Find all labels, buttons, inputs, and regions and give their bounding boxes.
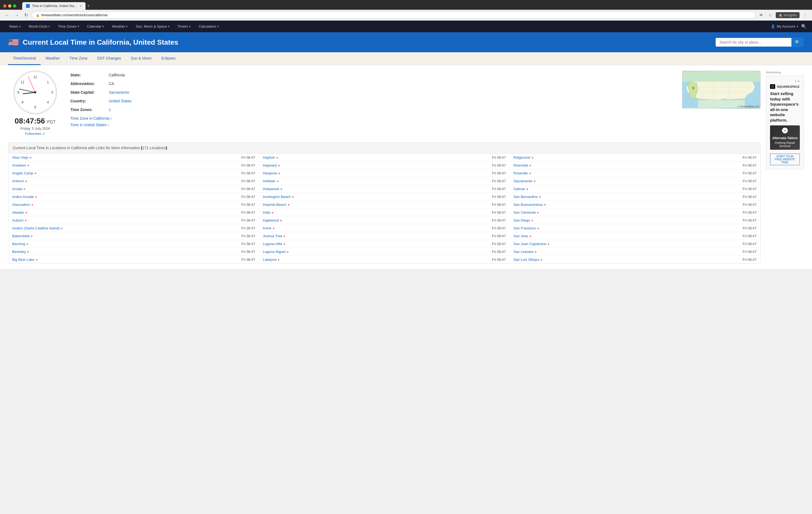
active-tab[interactable]: Time in California, United Sta… × bbox=[22, 2, 86, 10]
minimize-button[interactable] bbox=[8, 4, 11, 7]
nav-timers[interactable]: Timers ▾ bbox=[174, 21, 194, 32]
usa-map[interactable]: 📍 © timeanddate.com bbox=[682, 71, 760, 109]
location-link[interactable]: San Bernardino bbox=[514, 195, 538, 199]
tab-time-general[interactable]: Time/General bbox=[8, 52, 40, 65]
location-link[interactable]: San Leandro bbox=[514, 250, 533, 254]
tab-time-zone[interactable]: Time Zone bbox=[65, 52, 92, 65]
location-link[interactable]: San Juan Capistrano bbox=[514, 242, 546, 246]
time-in-us-link[interactable]: Time in United States › bbox=[70, 123, 674, 127]
tab-sun-moon[interactable]: Sun & Moon bbox=[126, 52, 156, 65]
location-link[interactable]: Antioch bbox=[12, 179, 24, 183]
time-zone-california-link[interactable]: Time Zone in California › bbox=[70, 116, 674, 120]
ad-close-icon[interactable]: ✕ bbox=[798, 80, 800, 83]
list-item: Arden-Arcade ✶ Fri 08:47 bbox=[8, 193, 259, 201]
forward-button[interactable]: → bbox=[13, 12, 21, 19]
ad-info-icon[interactable]: ℹ bbox=[795, 80, 796, 83]
tab-weather[interactable]: Weather bbox=[40, 52, 65, 65]
location-link[interactable]: Lakeport bbox=[263, 258, 277, 262]
incognito-label: Incognito bbox=[784, 13, 797, 17]
location-link[interactable]: Hollister bbox=[263, 179, 276, 183]
refresh-button[interactable]: ↻ bbox=[23, 11, 29, 19]
location-link[interactable]: Auburn bbox=[12, 218, 24, 222]
location-link[interactable]: Banning bbox=[12, 242, 25, 246]
location-link[interactable]: Sacramento bbox=[514, 179, 532, 183]
nav-world-clock[interactable]: World Clock ▾ bbox=[25, 21, 54, 32]
eye-off-icon[interactable]: 👁 bbox=[758, 12, 765, 19]
tab-eclipses[interactable]: Eclipses bbox=[156, 52, 180, 65]
search-input[interactable] bbox=[716, 38, 791, 47]
location-link[interactable]: Riverside bbox=[514, 163, 528, 167]
location-link[interactable]: Joshua Tree bbox=[263, 234, 282, 238]
location-link[interactable]: San Buenaventura bbox=[514, 202, 543, 207]
location-link[interactable]: Atascadero bbox=[12, 202, 30, 207]
country-link[interactable]: United States bbox=[109, 99, 132, 103]
nav-sun-moon[interactable]: Sun, Moon & Space ▾ bbox=[132, 21, 173, 32]
location-link[interactable]: Anaheim bbox=[12, 163, 26, 167]
browser-toolbar: ← → ↻ 🔒 timeanddate.com/worldclock/usa/c… bbox=[0, 10, 812, 21]
bookmark-icon[interactable]: ☆ bbox=[767, 12, 774, 19]
chevron-icon: ▾ bbox=[796, 25, 798, 28]
location-link[interactable]: Hayfork bbox=[263, 156, 275, 160]
location-link[interactable]: Imperial Beach bbox=[263, 202, 286, 207]
location-link[interactable]: Salinas bbox=[514, 187, 525, 191]
info-table: State: California Abbreviation: CA State… bbox=[70, 71, 674, 136]
clock-timezone: PDT bbox=[47, 120, 56, 124]
menu-button[interactable]: ⋮ bbox=[802, 12, 809, 19]
hero-left: 🇺🇸 Current Local Time in California, Uni… bbox=[8, 37, 178, 47]
location-link[interactable]: Bakersfield bbox=[12, 234, 29, 238]
url-bar[interactable]: 🔒 timeanddate.com/worldclock/usa/califor… bbox=[32, 11, 755, 19]
location-link[interactable]: San Clemente bbox=[514, 210, 535, 215]
location-link[interactable]: Ridgecrest bbox=[514, 156, 530, 160]
location-link[interactable]: Avalon (Santa Catalina Island) bbox=[12, 226, 60, 230]
location-link[interactable]: Big Bear Lake bbox=[12, 258, 34, 262]
location-link[interactable]: Hollywood bbox=[263, 187, 279, 191]
incognito-button[interactable]: 🕵 Incognito bbox=[776, 12, 800, 18]
tab-close-icon[interactable]: × bbox=[80, 4, 82, 8]
location-link[interactable]: Huntington Beach bbox=[263, 195, 291, 199]
location-link[interactable]: Roseville bbox=[514, 171, 528, 175]
list-item: Hollywood ✶ Fri 08:47 bbox=[259, 185, 510, 193]
location-link[interactable]: Arden-Arcade bbox=[12, 195, 34, 199]
location-link[interactable]: Arcata bbox=[12, 187, 23, 191]
clock-center-dot bbox=[34, 91, 36, 93]
clock-num-11: 11 bbox=[21, 80, 24, 84]
tab-dst-changes[interactable]: DST Changes bbox=[92, 52, 126, 65]
star-icon: ✶ bbox=[539, 195, 541, 198]
location-link[interactable]: Indio bbox=[263, 210, 270, 215]
star-icon: ✶ bbox=[35, 195, 37, 198]
maximize-button[interactable] bbox=[13, 4, 16, 7]
list-item: San Diego ✶ Fri 08:47 bbox=[510, 216, 760, 224]
close-button[interactable] bbox=[3, 4, 6, 7]
location-link[interactable]: Hayward bbox=[263, 163, 277, 167]
location-link[interactable]: San Francisco bbox=[514, 226, 536, 230]
nav-calculators[interactable]: Calculators ▾ bbox=[195, 21, 223, 32]
search-icon[interactable]: 🔍 bbox=[801, 24, 807, 29]
tz-link[interactable]: 1 bbox=[109, 108, 111, 112]
location-link[interactable]: Atwater bbox=[12, 210, 24, 215]
fullscreen-link[interactable]: Fullscreen ⤢ bbox=[8, 132, 62, 136]
new-tab-button[interactable]: + bbox=[87, 3, 90, 9]
location-link[interactable]: Laguna Hills bbox=[263, 242, 282, 246]
location-link[interactable]: Berkeley bbox=[12, 250, 26, 254]
nav-weather[interactable]: Weather ▾ bbox=[108, 21, 131, 32]
my-account-button[interactable]: 👤 My Account ▾ bbox=[771, 24, 798, 28]
location-link[interactable]: San Luis Obispo bbox=[514, 258, 539, 262]
location-link[interactable]: Angels Camp bbox=[12, 171, 33, 175]
nav-calendar[interactable]: Calendar ▾ bbox=[83, 21, 108, 32]
location-link[interactable]: San Jose bbox=[514, 234, 528, 238]
location-link[interactable]: Laguna Niguel bbox=[263, 250, 286, 254]
nav-news[interactable]: News ▾ bbox=[5, 21, 24, 32]
list-item: Avalon (Santa Catalina Island) ✶ Fri 08:… bbox=[8, 224, 259, 232]
location-link[interactable]: San Diego bbox=[514, 218, 530, 222]
location-link[interactable]: Irvine bbox=[263, 226, 271, 230]
back-button[interactable]: ← bbox=[3, 12, 11, 19]
capital-link[interactable]: Sacramento bbox=[109, 90, 129, 94]
location-link[interactable]: Hesperia bbox=[263, 171, 277, 175]
location-link[interactable]: Aliso Viejo bbox=[12, 156, 28, 160]
location-link[interactable]: Inglewood bbox=[263, 218, 279, 222]
search-button[interactable]: 🔍 bbox=[791, 37, 804, 47]
clock-info-section: 12 1 3 4 6 8 9 11 08:47:5 bbox=[8, 71, 760, 136]
nav-time-zones[interactable]: Time Zones ▾ bbox=[54, 21, 83, 32]
ad-cta-button[interactable]: START YOUR FREE WEBSITE TRIAL bbox=[770, 154, 800, 165]
location-time: Fri 08:47 bbox=[743, 226, 756, 230]
